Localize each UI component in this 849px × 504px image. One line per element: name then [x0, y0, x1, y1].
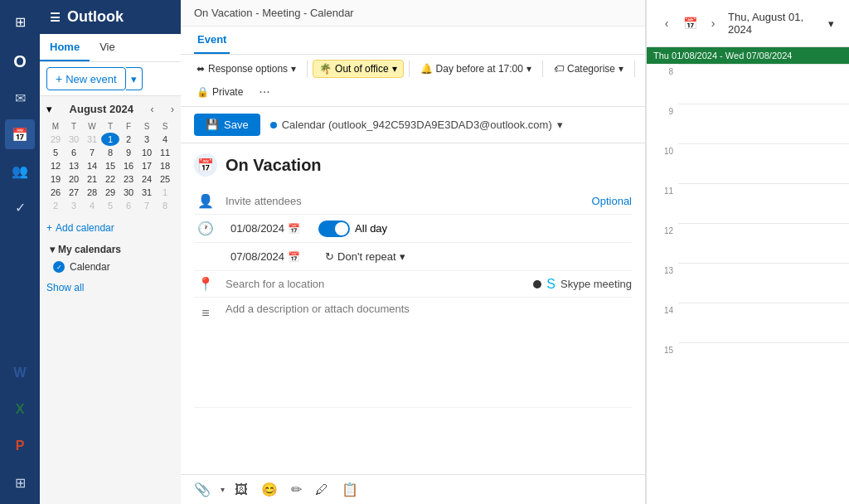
- word-icon[interactable]: W: [5, 358, 35, 388]
- calendar-days: 29 30 31 1 2 3 4 5 6 7 8 9 10 11 12 13 1…: [46, 133, 174, 212]
- time-12: 12: [647, 226, 678, 266]
- repeat-button[interactable]: ↻ Don't repeat ▾: [318, 248, 411, 265]
- cal-prev-button[interactable]: ‹: [657, 13, 677, 33]
- chevron-down-icon[interactable]: ▾: [557, 119, 563, 131]
- slot-8[interactable]: [678, 64, 849, 104]
- tasks-icon[interactable]: ✓: [5, 192, 35, 222]
- attendees-content: Optional: [226, 195, 632, 207]
- time-11: 11: [647, 187, 678, 226]
- new-event-button[interactable]: + New event: [46, 67, 126, 90]
- image-icon[interactable]: 🖼: [231, 481, 251, 499]
- description-input[interactable]: [226, 303, 632, 402]
- calendar-nav-next[interactable]: ›: [171, 104, 174, 115]
- chevron-down-icon[interactable]: ▾: [46, 103, 52, 115]
- editor-title-bar: On Vacation - Meeting - Calendar: [181, 0, 645, 27]
- location-input[interactable]: [226, 278, 533, 290]
- more-options-button[interactable]: ···: [254, 83, 274, 101]
- end-date-field[interactable]: 07/08/2024 📅: [226, 248, 305, 265]
- cal-next-button[interactable]: ›: [703, 13, 723, 33]
- slot-11[interactable]: [678, 183, 849, 223]
- editor-toolbar: ⬌ Response options ▾ 🌴 Out of office ▾ 🔔…: [181, 55, 645, 107]
- chevron-down-icon: ▾: [828, 17, 834, 30]
- cal-today-button[interactable]: 📅: [680, 13, 700, 33]
- slot-15[interactable]: [678, 342, 849, 382]
- mail-icon[interactable]: ✉: [5, 83, 35, 113]
- emoji-icon[interactable]: 😊: [258, 480, 281, 499]
- my-calendars-section: ▾ My calendars ✓ Calendar: [40, 237, 181, 279]
- nav-toolbar: + New event ▾: [40, 62, 181, 96]
- response-options-button[interactable]: ⬌ Response options ▾: [191, 61, 302, 77]
- attach-dropdown-icon[interactable]: ▾: [221, 485, 225, 494]
- nav-header: ☰ Outlook: [40, 0, 181, 34]
- slot-13[interactable]: [678, 263, 849, 303]
- calendar-nav-prev[interactable]: ‹: [150, 104, 153, 115]
- add-calendar-button[interactable]: + Add calendar: [40, 219, 181, 237]
- slot-9[interactable]: [678, 104, 849, 143]
- event-editor: On Vacation - Meeting - Calendar Event ⬌…: [181, 0, 646, 504]
- my-calendars-header[interactable]: ▾ My calendars: [46, 240, 174, 259]
- plus-small-icon: +: [46, 222, 52, 234]
- slot-10[interactable]: [678, 143, 849, 183]
- forms-icon[interactable]: 📋: [338, 480, 361, 499]
- private-button[interactable]: 🔒 Private: [191, 84, 249, 100]
- event-title-icon: 📅: [194, 153, 217, 177]
- time-9: 9: [647, 107, 678, 147]
- categorise-button[interactable]: 🏷 Categorise ▾: [548, 61, 629, 77]
- pen-icon[interactable]: 🖊: [312, 481, 332, 499]
- tab-home[interactable]: Home: [40, 34, 90, 61]
- dates-row: 🕐 01/08/2024 📅 All day: [194, 215, 632, 243]
- handwrite-icon[interactable]: ✏: [288, 480, 305, 499]
- separator-3: [542, 61, 543, 77]
- event-title-input[interactable]: [226, 156, 632, 175]
- right-cal-header: ‹ 📅 › Thu, August 01, 2024 ▾: [647, 0, 849, 47]
- time-14: 14: [647, 306, 678, 346]
- time-grid: 8 9 10 11 12 13 14 15: [647, 64, 849, 504]
- tab-view[interactable]: Vie: [90, 34, 125, 61]
- attendees-icon: 👤: [194, 193, 217, 209]
- all-day-label: All day: [355, 222, 387, 235]
- end-dates-row: 07/08/2024 📅 ↻ Don't repeat ▾: [194, 243, 632, 271]
- format-toolbar: 📎 ▾ 🖼 😊 ✏ 🖊 📋: [181, 474, 645, 504]
- out-of-office-button[interactable]: 🌴 Out of office ▾: [313, 60, 403, 78]
- time-10: 10: [647, 147, 678, 187]
- nav-tabs: Home Vie: [40, 34, 181, 62]
- calendar-icon[interactable]: 📅: [5, 119, 35, 149]
- app-name: Outlook: [67, 8, 124, 26]
- save-button[interactable]: 💾 Save: [194, 114, 260, 136]
- app-launcher-icon[interactable]: ⊞: [5, 7, 35, 36]
- tab-event[interactable]: Event: [194, 27, 230, 54]
- skype-meeting: S Skype meeting: [533, 277, 632, 292]
- mini-calendar: ▾ August 2024 ‹ › M T W T F S S 29 30 31…: [40, 96, 181, 219]
- plus-icon: +: [56, 72, 62, 85]
- optional-link[interactable]: Optional: [592, 195, 632, 207]
- attach-icon[interactable]: 📎: [191, 480, 214, 499]
- main-content: On Vacation - Meeting - Calendar Event ⬌…: [181, 0, 849, 504]
- cal-nav: ‹ 📅 ›: [657, 13, 723, 33]
- calendar-small-icon: 📅: [288, 251, 300, 263]
- location-icon: 📍: [194, 276, 217, 292]
- sidebar-item-calendar[interactable]: ✓ Calendar: [46, 259, 174, 275]
- response-icon: ⬌: [196, 63, 205, 75]
- chevron-down-icon: ▾: [392, 63, 397, 75]
- cal-date-display[interactable]: Thu, August 01, 2024 ▾: [723, 8, 839, 38]
- tag-icon: 🏷: [554, 63, 564, 75]
- hamburger-icon[interactable]: ☰: [50, 11, 61, 24]
- attendees-input[interactable]: [226, 195, 592, 207]
- calendar-grid: M T W T F S S 29 30 31 1 2 3 4 5 6 7 8 9: [46, 120, 174, 212]
- all-day-toggle[interactable]: All day: [318, 220, 387, 237]
- more-apps-icon[interactable]: ⊞: [5, 468, 35, 497]
- powerpoint-icon[interactable]: P: [5, 431, 35, 461]
- bell-icon: 🔔: [420, 63, 433, 75]
- show-all-link[interactable]: Show all: [40, 279, 181, 297]
- calendar-month[interactable]: August 2024: [70, 103, 133, 115]
- reminder-button[interactable]: 🔔 Day before at 17:00 ▾: [415, 61, 537, 77]
- slot-14[interactable]: [678, 303, 849, 342]
- people-icon[interactable]: 👥: [5, 156, 35, 186]
- all-day-switch[interactable]: [318, 220, 350, 237]
- start-date-field[interactable]: 01/08/2024 📅: [226, 220, 305, 237]
- right-panel: ‹ 📅 › Thu, August 01, 2024 ▾ Thu 01/08/2…: [646, 0, 849, 504]
- slot-12[interactable]: [678, 223, 849, 263]
- sidebar: ⊞ O ✉ 📅 👥 ✓ W X P ⊞: [0, 0, 40, 504]
- excel-icon[interactable]: X: [5, 395, 35, 424]
- new-event-dropdown-button[interactable]: ▾: [126, 67, 143, 90]
